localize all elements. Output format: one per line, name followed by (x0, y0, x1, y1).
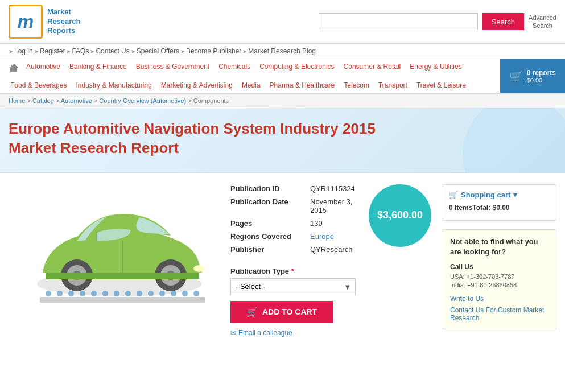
breadcrumb-country[interactable]: Country Overview (Automotive) (99, 97, 186, 104)
pub-id-label: Publication ID (230, 184, 310, 193)
add-to-cart-button[interactable]: 🛒 ADD TO CART (230, 301, 333, 323)
email-colleague-link[interactable]: ✉ Email a colleague (230, 329, 431, 337)
cart-total-line: 0 ItemsTotal: $0.00 (449, 204, 550, 212)
header-search-area: Search AdvancedSearch (98, 13, 556, 30)
shopping-cart-box: 🛒 Shopping cart ▾ 0 ItemsTotal: $0.00 (443, 184, 556, 221)
cat-media[interactable]: Media (237, 80, 265, 90)
svg-point-18 (125, 291, 131, 296)
detail-row-pages: Pages 130 (230, 219, 360, 228)
publication-type-select[interactable]: - Select - PDF Excel Site License (230, 278, 356, 295)
nav-arrow-7: ➤ (242, 48, 247, 55)
svg-point-16 (102, 291, 108, 296)
publisher-label: Publisher (230, 245, 310, 254)
cat-telecom[interactable]: Telecom (339, 80, 374, 90)
main-content: Publication ID QYR1115324 Publication Da… (0, 173, 565, 348)
cat-chemicals[interactable]: Chemicals (214, 61, 255, 76)
cart-icon-area: 🛒 0 reports $0.00 (509, 69, 556, 84)
add-to-cart-label: ADD TO CART (262, 307, 317, 316)
svg-point-13 (68, 291, 74, 296)
cat-row-2: Food & Beverages Industry & Manufacturin… (6, 78, 494, 93)
pub-date-label: Publication Date (230, 197, 310, 214)
cat-automotive[interactable]: Automotive (22, 61, 65, 76)
car-illustration (9, 184, 213, 298)
write-to-us-link[interactable]: Write to Us (450, 295, 549, 303)
pub-type-section: Publication Type * - Select - PDF Excel … (230, 267, 431, 295)
home-icon[interactable] (6, 61, 22, 76)
nav-arrow-6: ➤ (180, 48, 185, 55)
pages-label: Pages (230, 219, 310, 228)
breadcrumb-catalog[interactable]: Catalog (32, 97, 54, 104)
breadcrumb-sep-4: > (188, 97, 193, 104)
breadcrumb-automotive[interactable]: Automotive (61, 97, 92, 104)
cat-nav-links: Automotive Banking & Finance Business & … (0, 59, 500, 93)
product-details: Publication ID QYR1115324 Publication Da… (230, 184, 431, 337)
shopping-cart-title[interactable]: 🛒 Shopping cart ▾ (449, 191, 550, 199)
regions-value[interactable]: Europe (310, 232, 334, 241)
cat-transport[interactable]: Transport (374, 80, 412, 90)
cat-consumer[interactable]: Consumer & Retail (339, 61, 406, 76)
page-title: Europe Automitive Navigation System Indu… (9, 119, 407, 158)
help-box: Not able to find what you are looking fo… (443, 229, 556, 329)
breadcrumb: Home > Catalog > Automotive > Country Ov… (0, 94, 565, 108)
search-button[interactable]: Search (482, 13, 524, 30)
logo-text: Market Research Reports (47, 7, 81, 36)
cat-banking[interactable]: Banking & Finance (65, 61, 131, 76)
cart-count: 0 reports (527, 69, 556, 77)
nav-arrow-1: ➤ (9, 48, 13, 55)
detail-row-regions: Regions Covered Europe (230, 232, 360, 241)
nav-arrow-3: ➤ (66, 48, 71, 55)
nav-links: ➤ Log in ➤ Register ➤ FAQs ➤ Contact Us … (0, 44, 565, 59)
cat-industry[interactable]: Industry & Manufacturing (71, 80, 156, 90)
detail-top: Publication ID QYR1115324 Publication Da… (230, 184, 431, 258)
help-title: Not able to find what you are looking fo… (450, 237, 549, 257)
cart-title-text: Shopping cart (461, 191, 510, 199)
logo[interactable]: m Market Research Reports (9, 5, 81, 39)
call-section: Call Us USA: +1-302-703-7787 India: +91-… (450, 263, 549, 290)
cart-box[interactable]: 🛒 0 reports $0.00 (500, 59, 565, 93)
advanced-search-link[interactable]: AdvancedSearch (529, 14, 556, 30)
nav-register[interactable]: Register (40, 47, 65, 55)
pages-value: 130 (310, 219, 323, 228)
svg-marker-0 (9, 64, 18, 72)
logo-letter: m (18, 11, 34, 32)
cat-marketing[interactable]: Marketing & Advertising (156, 80, 237, 90)
cat-computing[interactable]: Computing & Electronics (255, 61, 339, 76)
cart-icon: 🛒 (509, 69, 523, 83)
cart-btn-icon: 🛒 (246, 307, 258, 317)
detail-row-id: Publication ID QYR1115324 (230, 184, 360, 193)
logo-icon: m (9, 5, 43, 39)
nav-faqs[interactable]: FAQs (72, 47, 89, 55)
nav-offers[interactable]: Special Offers (137, 47, 179, 55)
email-icon: ✉ (230, 329, 236, 337)
breadcrumb-sep-2: > (56, 97, 61, 104)
pub-date-value: November 3, 2015 (310, 197, 360, 214)
breadcrumb-home[interactable]: Home (9, 97, 25, 104)
cart-chevron-icon: ▾ (513, 191, 517, 199)
cat-food[interactable]: Food & Beverages (6, 80, 71, 90)
nav-blog[interactable]: Market Research Blog (248, 47, 316, 55)
nav-publisher[interactable]: Become Publisher (186, 47, 241, 55)
cart-total-amount: $0.00 (492, 204, 509, 212)
nav-login[interactable]: Log in (14, 47, 33, 55)
select-wrapper: - Select - PDF Excel Site License ▼ (230, 278, 356, 295)
call-india: India: +91-80-26860858 (450, 281, 549, 290)
nav-arrow-2: ➤ (34, 48, 39, 55)
contact-custom-link[interactable]: Contact Us For Custom Market Research (450, 306, 549, 322)
sidebar: 🛒 Shopping cart ▾ 0 ItemsTotal: $0.00 No… (443, 184, 556, 337)
cat-energy[interactable]: Energy & Utilities (405, 61, 466, 76)
cat-travel[interactable]: Travel & Leisure (412, 80, 471, 90)
pub-id-value: QYR1115324 (310, 184, 355, 193)
cat-pharma[interactable]: Pharma & Healthcare (265, 80, 340, 90)
cart-total-label: Total: (472, 204, 490, 212)
nav-arrow-4: ➤ (90, 48, 94, 55)
required-star: * (291, 267, 294, 275)
call-title: Call Us (450, 263, 549, 271)
search-input[interactable] (319, 13, 478, 30)
cat-business[interactable]: Business & Government (131, 61, 214, 76)
nav-contact[interactable]: Contact Us (96, 47, 129, 55)
svg-point-22 (171, 291, 176, 296)
header: m Market Research Reports Search Advance… (0, 0, 565, 44)
svg-point-12 (57, 291, 63, 296)
pub-type-label: Publication Type * (230, 267, 431, 275)
svg-point-24 (193, 291, 199, 296)
